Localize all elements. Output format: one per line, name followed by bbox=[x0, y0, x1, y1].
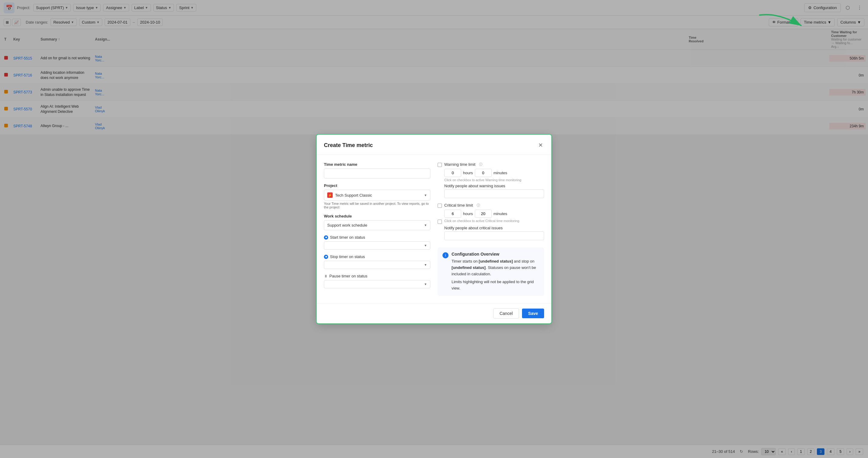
create-time-metric-modal: Create Time metric ✕ Time metric name Pr… bbox=[316, 134, 552, 134]
modal-overlay: Create Time metric ✕ Time metric name Pr… bbox=[0, 0, 868, 134]
